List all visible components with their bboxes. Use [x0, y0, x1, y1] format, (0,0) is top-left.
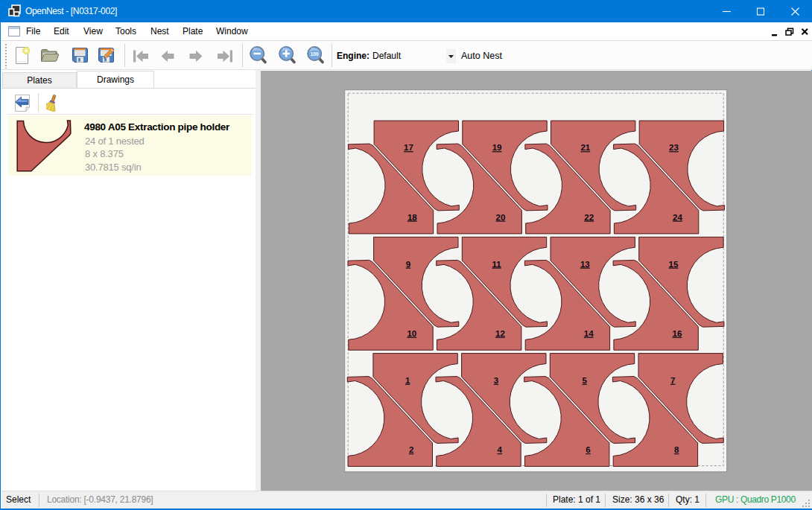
svg-text:20: 20: [495, 212, 505, 221]
svg-text:5: 5: [582, 375, 587, 384]
svg-text:15: 15: [668, 259, 678, 268]
svg-text:11: 11: [492, 259, 501, 268]
svg-text:12: 12: [495, 328, 505, 337]
svg-text:7: 7: [670, 375, 675, 384]
svg-text:8: 8: [673, 445, 679, 454]
svg-text:19: 19: [492, 143, 501, 152]
svg-text:18: 18: [407, 212, 416, 221]
svg-text:17: 17: [404, 143, 413, 152]
svg-text:21: 21: [580, 143, 590, 152]
svg-text:10: 10: [407, 328, 416, 337]
svg-text:1: 1: [405, 375, 410, 384]
svg-text:6: 6: [586, 445, 590, 454]
svg-text:22: 22: [584, 212, 594, 221]
svg-text:14: 14: [583, 328, 593, 337]
svg-text:24: 24: [673, 212, 682, 221]
svg-text:2: 2: [408, 445, 413, 454]
svg-text:100: 100: [311, 51, 319, 57]
svg-text:4: 4: [497, 445, 502, 454]
svg-text:16: 16: [672, 328, 682, 337]
svg-text:9: 9: [405, 259, 410, 268]
svg-text:13: 13: [580, 259, 589, 268]
svg-text:3: 3: [493, 375, 498, 384]
svg-text:23: 23: [669, 143, 679, 152]
